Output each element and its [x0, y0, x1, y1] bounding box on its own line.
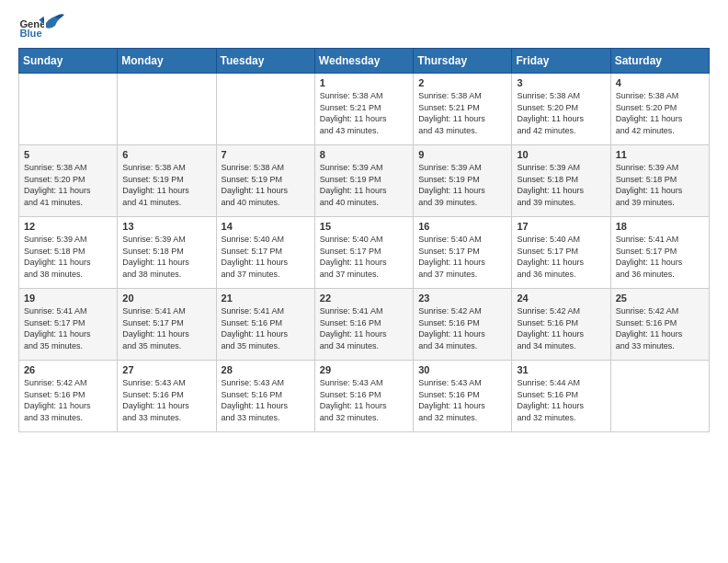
weekday-header-tuesday: Tuesday — [216, 49, 314, 74]
day-number: 26 — [24, 364, 112, 375]
calendar-week-row: 12Sunrise: 5:39 AM Sunset: 5:18 PM Dayli… — [19, 217, 710, 289]
day-number: 25 — [616, 293, 704, 304]
calendar-cell: 16Sunrise: 5:40 AM Sunset: 5:17 PM Dayli… — [414, 217, 512, 289]
day-number: 17 — [517, 221, 605, 232]
day-number: 4 — [616, 77, 704, 88]
cell-text: Sunrise: 5:41 AM Sunset: 5:17 PM Dayligh… — [122, 305, 210, 351]
calendar-cell: 10Sunrise: 5:39 AM Sunset: 5:18 PM Dayli… — [512, 145, 610, 217]
cell-text: Sunrise: 5:38 AM Sunset: 5:19 PM Dayligh… — [222, 162, 310, 208]
calendar-week-row: 1Sunrise: 5:38 AM Sunset: 5:21 PM Daylig… — [19, 74, 710, 145]
cell-text: Sunrise: 5:43 AM Sunset: 5:16 PM Dayligh… — [418, 377, 506, 423]
cell-text: Sunrise: 5:42 AM Sunset: 5:16 PM Dayligh… — [418, 305, 506, 351]
cell-text: Sunrise: 5:42 AM Sunset: 5:16 PM Dayligh… — [616, 305, 704, 351]
calendar-cell: 23Sunrise: 5:42 AM Sunset: 5:16 PM Dayli… — [414, 289, 512, 361]
cell-text: Sunrise: 5:41 AM Sunset: 5:16 PM Dayligh… — [320, 305, 408, 351]
cell-text: Sunrise: 5:38 AM Sunset: 5:20 PM Dayligh… — [616, 90, 704, 136]
weekday-header-wednesday: Wednesday — [314, 49, 413, 74]
calendar-cell: 14Sunrise: 5:40 AM Sunset: 5:17 PM Dayli… — [216, 217, 314, 289]
cell-text: Sunrise: 5:39 AM Sunset: 5:19 PM Dayligh… — [418, 162, 506, 208]
day-number: 14 — [222, 221, 310, 232]
cell-text: Sunrise: 5:40 AM Sunset: 5:17 PM Dayligh… — [418, 234, 506, 280]
day-number: 31 — [517, 364, 605, 375]
cell-text: Sunrise: 5:38 AM Sunset: 5:21 PM Dayligh… — [418, 90, 506, 136]
day-number: 23 — [418, 293, 506, 304]
cell-text: Sunrise: 5:43 AM Sunset: 5:16 PM Dayligh… — [320, 377, 408, 423]
calendar-cell: 27Sunrise: 5:43 AM Sunset: 5:16 PM Dayli… — [118, 361, 216, 432]
weekday-row: SundayMondayTuesdayWednesdayThursdayFrid… — [19, 49, 710, 74]
weekday-header-friday: Friday — [512, 49, 610, 74]
calendar-cell: 8Sunrise: 5:39 AM Sunset: 5:19 PM Daylig… — [314, 145, 413, 217]
calendar-cell: 29Sunrise: 5:43 AM Sunset: 5:16 PM Dayli… — [314, 361, 413, 432]
day-number: 11 — [616, 149, 704, 160]
day-number: 3 — [517, 77, 605, 88]
calendar-cell: 25Sunrise: 5:42 AM Sunset: 5:16 PM Dayli… — [610, 289, 709, 361]
header-row: General Blue — [18, 15, 710, 40]
cell-text: Sunrise: 5:38 AM Sunset: 5:20 PM Dayligh… — [24, 162, 112, 208]
cell-text: Sunrise: 5:39 AM Sunset: 5:18 PM Dayligh… — [616, 162, 704, 208]
calendar-cell — [610, 361, 709, 432]
calendar-cell: 15Sunrise: 5:40 AM Sunset: 5:17 PM Dayli… — [314, 217, 413, 289]
calendar-body: 1Sunrise: 5:38 AM Sunset: 5:21 PM Daylig… — [19, 74, 710, 432]
calendar-cell: 9Sunrise: 5:39 AM Sunset: 5:19 PM Daylig… — [414, 145, 512, 217]
calendar-cell — [216, 74, 314, 145]
calendar-cell: 2Sunrise: 5:38 AM Sunset: 5:21 PM Daylig… — [414, 74, 512, 145]
calendar-table: SundayMondayTuesdayWednesdayThursdayFrid… — [18, 48, 710, 432]
cell-text: Sunrise: 5:38 AM Sunset: 5:21 PM Dayligh… — [320, 90, 408, 136]
calendar-cell — [19, 74, 118, 145]
day-number: 21 — [222, 293, 310, 304]
calendar-cell: 24Sunrise: 5:42 AM Sunset: 5:16 PM Dayli… — [512, 289, 610, 361]
logo: General Blue — [18, 15, 64, 40]
day-number: 15 — [320, 221, 408, 232]
cell-text: Sunrise: 5:39 AM Sunset: 5:18 PM Dayligh… — [517, 162, 605, 208]
cell-text: Sunrise: 5:42 AM Sunset: 5:16 PM Dayligh… — [517, 305, 605, 351]
calendar-cell — [118, 74, 216, 145]
calendar-cell: 21Sunrise: 5:41 AM Sunset: 5:16 PM Dayli… — [216, 289, 314, 361]
day-number: 6 — [122, 149, 210, 160]
day-number: 9 — [418, 149, 506, 160]
day-number: 18 — [616, 221, 704, 232]
calendar-cell: 18Sunrise: 5:41 AM Sunset: 5:17 PM Dayli… — [610, 217, 709, 289]
cell-text: Sunrise: 5:40 AM Sunset: 5:17 PM Dayligh… — [517, 234, 605, 280]
cell-text: Sunrise: 5:41 AM Sunset: 5:16 PM Dayligh… — [222, 305, 310, 351]
day-number: 2 — [418, 77, 506, 88]
calendar-cell: 4Sunrise: 5:38 AM Sunset: 5:20 PM Daylig… — [610, 74, 709, 145]
calendar-cell: 26Sunrise: 5:42 AM Sunset: 5:16 PM Dayli… — [19, 361, 118, 432]
weekday-header-monday: Monday — [118, 49, 216, 74]
cell-text: Sunrise: 5:38 AM Sunset: 5:19 PM Dayligh… — [122, 162, 210, 208]
calendar-cell: 3Sunrise: 5:38 AM Sunset: 5:20 PM Daylig… — [512, 74, 610, 145]
cell-text: Sunrise: 5:43 AM Sunset: 5:16 PM Dayligh… — [222, 377, 310, 423]
calendar-cell: 30Sunrise: 5:43 AM Sunset: 5:16 PM Dayli… — [414, 361, 512, 432]
calendar-cell: 28Sunrise: 5:43 AM Sunset: 5:16 PM Dayli… — [216, 361, 314, 432]
day-number: 29 — [320, 364, 408, 375]
calendar-header: SundayMondayTuesdayWednesdayThursdayFrid… — [19, 49, 710, 74]
calendar-cell: 19Sunrise: 5:41 AM Sunset: 5:17 PM Dayli… — [19, 289, 118, 361]
weekday-header-thursday: Thursday — [414, 49, 512, 74]
weekday-header-sunday: Sunday — [19, 49, 118, 74]
logo-bird-icon — [37, 9, 64, 37]
calendar-week-row: 5Sunrise: 5:38 AM Sunset: 5:20 PM Daylig… — [19, 145, 710, 217]
day-number: 27 — [122, 364, 210, 375]
weekday-header-saturday: Saturday — [610, 49, 709, 74]
day-number: 20 — [122, 293, 210, 304]
cell-text: Sunrise: 5:39 AM Sunset: 5:18 PM Dayligh… — [122, 234, 210, 280]
cell-text: Sunrise: 5:40 AM Sunset: 5:17 PM Dayligh… — [320, 234, 408, 280]
day-number: 16 — [418, 221, 506, 232]
cell-text: Sunrise: 5:41 AM Sunset: 5:17 PM Dayligh… — [616, 234, 704, 280]
day-number: 1 — [320, 77, 408, 88]
cell-text: Sunrise: 5:42 AM Sunset: 5:16 PM Dayligh… — [24, 377, 112, 423]
calendar-cell: 17Sunrise: 5:40 AM Sunset: 5:17 PM Dayli… — [512, 217, 610, 289]
calendar-cell: 1Sunrise: 5:38 AM Sunset: 5:21 PM Daylig… — [314, 74, 413, 145]
day-number: 8 — [320, 149, 408, 160]
day-number: 7 — [222, 149, 310, 160]
cell-text: Sunrise: 5:43 AM Sunset: 5:16 PM Dayligh… — [122, 377, 210, 423]
cell-text: Sunrise: 5:41 AM Sunset: 5:17 PM Dayligh… — [24, 305, 112, 351]
calendar-cell: 5Sunrise: 5:38 AM Sunset: 5:20 PM Daylig… — [19, 145, 118, 217]
calendar-week-row: 26Sunrise: 5:42 AM Sunset: 5:16 PM Dayli… — [19, 361, 710, 432]
day-number: 10 — [517, 149, 605, 160]
cell-text: Sunrise: 5:39 AM Sunset: 5:18 PM Dayligh… — [24, 234, 112, 280]
day-number: 12 — [24, 221, 112, 232]
calendar-cell: 31Sunrise: 5:44 AM Sunset: 5:16 PM Dayli… — [512, 361, 610, 432]
calendar-cell: 6Sunrise: 5:38 AM Sunset: 5:19 PM Daylig… — [118, 145, 216, 217]
cell-text: Sunrise: 5:38 AM Sunset: 5:20 PM Dayligh… — [517, 90, 605, 136]
calendar-cell: 13Sunrise: 5:39 AM Sunset: 5:18 PM Dayli… — [118, 217, 216, 289]
